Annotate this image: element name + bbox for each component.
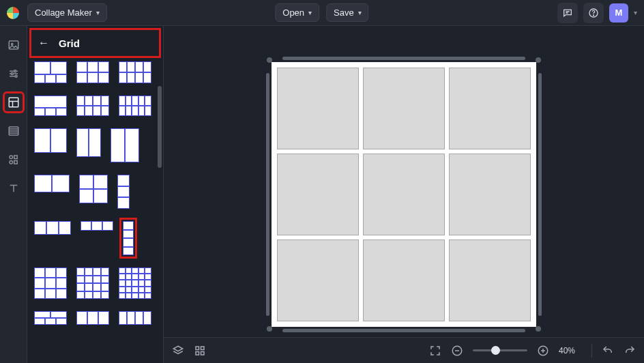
grid-template[interactable] bbox=[34, 267, 67, 299]
canvas-selection-wrapper bbox=[272, 62, 536, 327]
user-menu-chevron-icon[interactable]: ▾ bbox=[634, 9, 637, 16]
svg-rect-10 bbox=[14, 156, 17, 159]
rail-elements-icon[interactable] bbox=[4, 150, 23, 169]
canvas-cell[interactable] bbox=[363, 239, 445, 321]
svg-point-9 bbox=[10, 156, 13, 159]
grid-template[interactable] bbox=[76, 96, 109, 116]
canvas-cell[interactable] bbox=[363, 154, 445, 235]
layers-icon[interactable] bbox=[172, 345, 184, 357]
save-label: Save bbox=[334, 8, 354, 18]
grid-template-list bbox=[27, 59, 163, 363]
rail-adjust-icon[interactable] bbox=[4, 64, 23, 83]
grid-template[interactable] bbox=[119, 311, 151, 325]
top-bar: Collage Maker ▾ Open ▾ Save ▾ M ▾ bbox=[0, 0, 644, 26]
selection-handle-bottom[interactable] bbox=[282, 329, 525, 332]
redo-icon[interactable] bbox=[624, 345, 636, 357]
canvas-cell[interactable] bbox=[449, 154, 531, 235]
rail-layout-icon[interactable] bbox=[4, 93, 23, 112]
selection-corner-icon[interactable] bbox=[536, 326, 541, 332]
selection-corner-icon[interactable] bbox=[536, 57, 541, 63]
grid-template-highlighted[interactable] bbox=[123, 221, 134, 255]
grid-template[interactable] bbox=[76, 61, 109, 83]
zoom-slider-thumb[interactable] bbox=[491, 346, 500, 355]
grid-template[interactable] bbox=[76, 311, 109, 325]
zoom-in-icon[interactable] bbox=[537, 345, 549, 357]
save-button[interactable]: Save ▾ bbox=[326, 3, 369, 22]
zoom-level-label: 40% bbox=[559, 346, 582, 355]
panel-back-button[interactable]: ← Grid bbox=[31, 30, 159, 56]
undo-icon[interactable] bbox=[602, 345, 614, 357]
svg-rect-13 bbox=[196, 347, 199, 350]
canvas-cell[interactable] bbox=[277, 239, 359, 321]
grid-template[interactable] bbox=[34, 61, 67, 83]
panel-scrollbar[interactable] bbox=[158, 86, 162, 168]
panel-title: Grid bbox=[59, 38, 80, 49]
svg-point-1 bbox=[593, 14, 594, 15]
canvas-area: 40% bbox=[164, 26, 644, 363]
app-mode-dropdown[interactable]: Collage Maker ▾ bbox=[27, 3, 107, 22]
open-label: Open bbox=[282, 8, 304, 18]
selection-handle-top[interactable] bbox=[282, 57, 525, 60]
main-area: ← Grid bbox=[0, 26, 644, 363]
back-arrow-icon: ← bbox=[38, 37, 49, 49]
svg-point-5 bbox=[11, 73, 13, 75]
svg-point-4 bbox=[14, 70, 16, 72]
svg-rect-16 bbox=[201, 351, 205, 355]
zoom-out-icon[interactable] bbox=[451, 345, 463, 357]
grid-template[interactable] bbox=[119, 96, 151, 116]
grid-view-icon[interactable] bbox=[194, 345, 206, 357]
grid-template[interactable] bbox=[76, 267, 109, 299]
grid-template[interactable] bbox=[34, 311, 67, 325]
grid-template[interactable] bbox=[111, 128, 139, 162]
rail-image-icon[interactable] bbox=[4, 35, 23, 55]
divider bbox=[591, 344, 592, 358]
svg-rect-15 bbox=[196, 351, 199, 355]
user-avatar[interactable]: M bbox=[609, 3, 628, 23]
collage-canvas[interactable] bbox=[272, 62, 536, 327]
rail-text-icon[interactable] bbox=[4, 179, 23, 198]
grid-template[interactable] bbox=[34, 128, 67, 153]
chevron-down-icon: ▾ bbox=[96, 9, 100, 16]
zoom-slider[interactable] bbox=[473, 349, 527, 351]
top-right-actions: M ▾ bbox=[557, 3, 637, 23]
grid-template[interactable] bbox=[119, 267, 151, 299]
grid-template[interactable] bbox=[76, 128, 101, 157]
chevron-down-icon: ▾ bbox=[358, 9, 362, 16]
grid-template[interactable] bbox=[119, 61, 151, 83]
top-center-actions: Open ▾ Save ▾ bbox=[275, 3, 368, 22]
chevron-down-icon: ▾ bbox=[308, 9, 312, 16]
grid-panel: ← Grid bbox=[27, 26, 164, 363]
svg-point-3 bbox=[11, 43, 12, 44]
feedback-button[interactable] bbox=[557, 3, 578, 23]
grid-template[interactable] bbox=[80, 221, 113, 231]
rail-background-icon[interactable] bbox=[4, 121, 23, 141]
selection-corner-icon[interactable] bbox=[267, 326, 272, 332]
svg-rect-12 bbox=[14, 161, 17, 164]
svg-rect-14 bbox=[201, 347, 205, 350]
avatar-initial: M bbox=[615, 8, 623, 18]
svg-point-11 bbox=[10, 161, 13, 164]
canvas-cell[interactable] bbox=[363, 68, 445, 149]
open-button[interactable]: Open ▾ bbox=[275, 3, 319, 22]
canvas-cell[interactable] bbox=[449, 68, 531, 149]
grid-template[interactable] bbox=[117, 175, 130, 209]
svg-rect-7 bbox=[9, 98, 18, 107]
grid-template[interactable] bbox=[34, 96, 67, 116]
canvas-cell[interactable] bbox=[449, 239, 531, 321]
selection-handle-right[interactable] bbox=[538, 73, 542, 316]
canvas-toolbar: 40% bbox=[164, 337, 644, 363]
svg-point-6 bbox=[15, 75, 17, 77]
help-button[interactable] bbox=[583, 3, 604, 23]
canvas-cell[interactable] bbox=[277, 68, 359, 149]
left-rail bbox=[0, 26, 27, 363]
grid-template[interactable] bbox=[79, 175, 108, 203]
app-mode-label: Collage Maker bbox=[35, 8, 92, 18]
fit-screen-icon[interactable] bbox=[429, 345, 441, 357]
app-logo-icon bbox=[7, 7, 19, 19]
grid-template[interactable] bbox=[34, 175, 70, 192]
canvas-cell[interactable] bbox=[277, 154, 359, 235]
selection-handle-left[interactable] bbox=[266, 73, 269, 316]
grid-template[interactable] bbox=[34, 221, 71, 235]
